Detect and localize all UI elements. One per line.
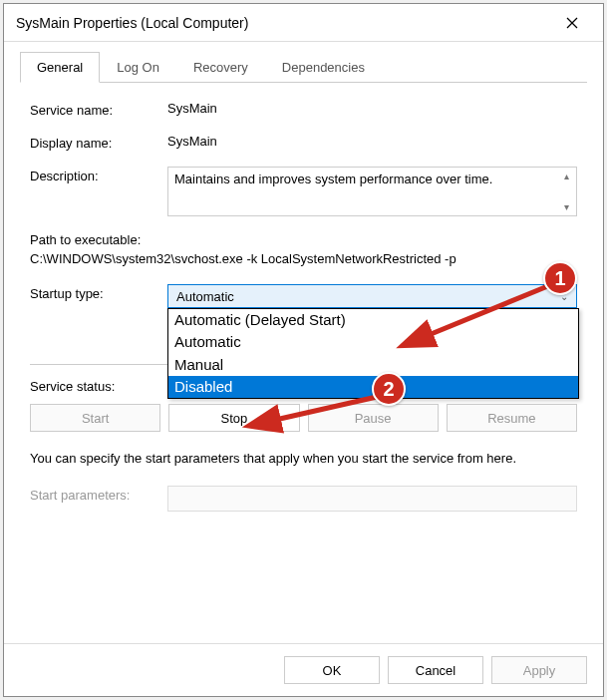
cancel-button[interactable]: Cancel <box>388 656 483 684</box>
value-service-name: SysMain <box>167 101 577 116</box>
start-button: Start <box>30 404 160 432</box>
value-display-name: SysMain <box>167 134 577 149</box>
stop-button[interactable]: Stop <box>168 404 299 432</box>
label-startup-type: Startup type: <box>30 284 167 301</box>
startup-option-automatic[interactable]: Automatic <box>168 331 578 353</box>
tab-dependencies[interactable]: Dependencies <box>265 52 382 83</box>
label-description: Description: <box>30 167 167 183</box>
close-button[interactable] <box>553 4 591 42</box>
start-parameters-input <box>167 486 577 512</box>
start-params-note: You can specify the start parameters tha… <box>30 450 577 468</box>
tab-log-on[interactable]: Log On <box>100 52 176 83</box>
dialog-buttons: OK Cancel Apply <box>4 643 603 696</box>
pause-button: Pause <box>308 404 439 432</box>
description-scrollbar[interactable]: ▴ ▾ <box>558 170 574 213</box>
description-box: Maintains and improves system performanc… <box>167 167 577 216</box>
startup-type-select[interactable]: Automatic ⌄ <box>167 284 577 308</box>
label-start-parameters: Start parameters: <box>30 486 167 503</box>
tab-strip: General Log On Recovery Dependencies <box>20 52 587 83</box>
label-service-status: Service status: <box>30 377 167 394</box>
tab-general[interactable]: General <box>20 52 100 83</box>
annotation-badge-1: 1 <box>543 261 577 295</box>
startup-option-manual[interactable]: Manual <box>168 354 578 376</box>
scroll-down-icon[interactable]: ▾ <box>558 200 574 213</box>
client-area: General Log On Recovery Dependencies Ser… <box>4 42 603 643</box>
tab-recovery[interactable]: Recovery <box>176 52 265 83</box>
value-path: C:\WINDOWS\system32\svchost.exe -k Local… <box>30 251 577 266</box>
apply-button: Apply <box>491 656 587 684</box>
value-description: Maintains and improves system performanc… <box>174 172 492 186</box>
startup-option-automatic-delayed[interactable]: Automatic (Delayed Start) <box>168 309 578 331</box>
properties-dialog: SysMain Properties (Local Computer) Gene… <box>3 3 604 697</box>
form-area: Service name: SysMain Display name: SysM… <box>20 83 587 643</box>
label-service-name: Service name: <box>30 101 167 118</box>
label-display-name: Display name: <box>30 134 167 151</box>
window-title: SysMain Properties (Local Computer) <box>16 15 248 31</box>
label-path: Path to executable: <box>30 232 577 247</box>
close-icon <box>566 17 578 29</box>
annotation-badge-2: 2 <box>372 372 406 406</box>
resume-button: Resume <box>447 404 577 432</box>
startup-type-selected: Automatic <box>176 289 234 304</box>
ok-button[interactable]: OK <box>284 656 380 684</box>
scroll-up-icon[interactable]: ▴ <box>558 170 574 182</box>
titlebar: SysMain Properties (Local Computer) <box>4 4 603 42</box>
